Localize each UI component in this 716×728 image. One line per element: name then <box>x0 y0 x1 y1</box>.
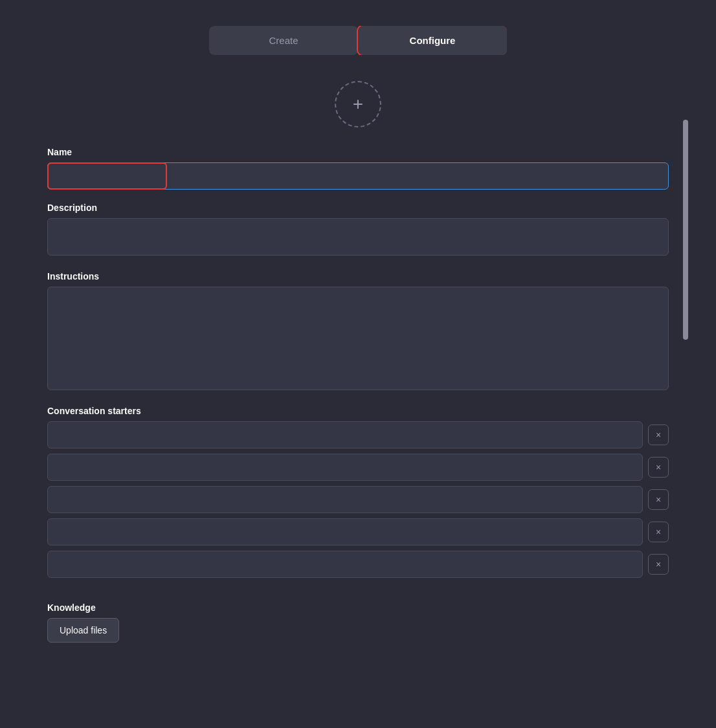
knowledge-section: Knowledge Upload files <box>47 602 669 643</box>
tab-bar: Create Configure <box>209 26 507 55</box>
starter-input-3[interactable] <box>47 486 643 513</box>
starter-row-1: × <box>47 421 669 448</box>
description-label: Description <box>47 203 669 213</box>
conversation-starters-section: Conversation starters × × × × × <box>47 406 669 583</box>
content-area: + Name Description Instructions Conversa… <box>47 81 669 643</box>
scrollbar-thumb <box>683 120 688 340</box>
remove-starter-1[interactable]: × <box>648 425 669 445</box>
description-section: Description <box>47 203 669 258</box>
upload-files-button[interactable]: Upload files <box>47 618 119 643</box>
tab-create[interactable]: Create <box>209 26 358 55</box>
name-input[interactable] <box>47 162 669 190</box>
avatar-upload-button[interactable]: + <box>335 81 381 127</box>
starter-row-3: × <box>47 486 669 513</box>
instructions-label: Instructions <box>47 271 669 281</box>
starter-input-4[interactable] <box>47 518 643 546</box>
starter-input-2[interactable] <box>47 454 643 481</box>
starter-input-5[interactable] <box>47 551 643 578</box>
name-input-wrapper <box>47 162 669 190</box>
starter-row-2: × <box>47 454 669 481</box>
knowledge-label: Knowledge <box>47 602 669 613</box>
remove-starter-4[interactable]: × <box>648 522 669 542</box>
instructions-section: Instructions <box>47 271 669 393</box>
starter-input-1[interactable] <box>47 421 643 448</box>
starter-row-4: × <box>47 518 669 546</box>
instructions-input[interactable] <box>47 287 669 390</box>
scrollbar-track[interactable] <box>683 81 688 643</box>
conversation-starters-label: Conversation starters <box>47 406 669 416</box>
remove-starter-5[interactable]: × <box>648 554 669 575</box>
remove-starter-3[interactable]: × <box>648 489 669 510</box>
name-section: Name <box>47 147 669 190</box>
plus-icon: + <box>353 95 363 113</box>
name-label: Name <box>47 147 669 157</box>
tab-configure[interactable]: Configure <box>358 26 507 55</box>
description-input[interactable] <box>47 218 669 256</box>
remove-starter-2[interactable]: × <box>648 457 669 478</box>
starter-row-5: × <box>47 551 669 578</box>
